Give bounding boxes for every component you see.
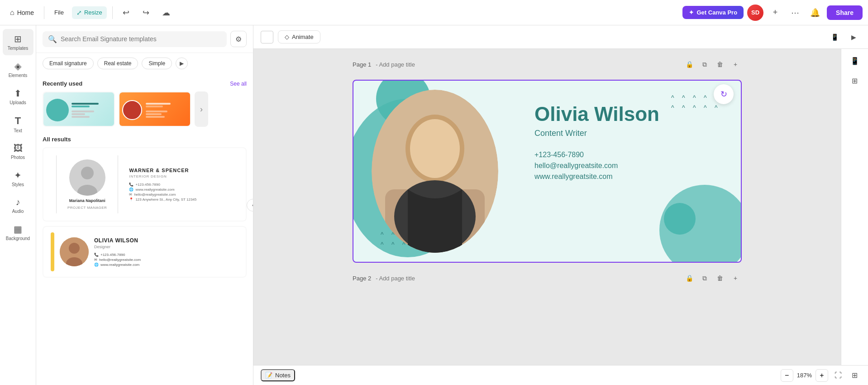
fullscreen-button[interactable]: ⛶: [832, 369, 844, 382]
filter-button[interactable]: ⚙: [230, 31, 247, 47]
recently-used-thumb-2[interactable]: [119, 91, 191, 127]
file-button[interactable]: File: [50, 6, 68, 19]
canvas-fab-button[interactable]: ↻: [714, 84, 734, 104]
resize-label: Resize: [84, 9, 102, 16]
sidebar-item-background[interactable]: ▦ Background: [3, 219, 33, 245]
canvas-card[interactable]: ↻: [353, 80, 742, 263]
zoom-level: 187%: [797, 372, 812, 379]
chip-real-estate-label: Real estate: [104, 60, 132, 67]
show-pages-button[interactable]: ⊞: [848, 369, 861, 382]
result-item-1[interactable]: Mariana Napolitani PROJECT MANAGER WARNE…: [43, 147, 247, 221]
styles-label: Styles: [12, 182, 24, 187]
zoom-out-button[interactable]: −: [781, 369, 793, 382]
resize-button[interactable]: ⤢ Resize: [72, 6, 107, 19]
bottom-right: − 187% + ⛶ ⊞: [781, 369, 861, 382]
show-pages-icon: ⊞: [852, 371, 858, 380]
page2-copy-icon[interactable]: ⧉: [698, 272, 711, 284]
add-user-button[interactable]: +: [767, 5, 783, 21]
page2-delete-icon[interactable]: 🗑: [714, 272, 726, 284]
sidebar-item-styles[interactable]: ✦ Styles: [3, 165, 33, 192]
templates-icon: ⊞: [14, 34, 22, 44]
page2-title-input[interactable]: [376, 275, 452, 282]
tpl2-phone-row: 📞 +123-456-7890: [94, 253, 238, 257]
color-picker-button[interactable]: [261, 31, 273, 43]
sidebar-item-elements[interactable]: ◈ Elements: [3, 56, 33, 82]
sidebar-item-templates[interactable]: ⊞ Templates: [3, 29, 33, 55]
notifications-button[interactable]: 🔔: [807, 5, 823, 21]
tpl2-avatar: [60, 237, 89, 266]
text-label: Text: [14, 128, 22, 133]
mobile-view-button[interactable]: 📱: [827, 30, 842, 44]
present-button[interactable]: ▶: [846, 30, 861, 44]
tpl2-yellow-bar: [51, 232, 54, 271]
zoom-in-button[interactable]: +: [816, 369, 828, 382]
share-button[interactable]: Share: [827, 5, 863, 20]
sidebar-item-photos[interactable]: 🖼 Photos: [3, 139, 33, 164]
mini-detail-b: [146, 113, 162, 115]
svg-point-1: [81, 167, 94, 179]
search-input[interactable]: [61, 35, 221, 43]
page1-title-input[interactable]: [376, 61, 452, 68]
sidebar-item-audio[interactable]: ♪ Audio: [3, 192, 33, 218]
see-all-button[interactable]: See all: [230, 81, 247, 87]
result-item-2[interactable]: OLIVIA WILSON Designer 📞 +123-456-7890 ✉…: [43, 226, 247, 278]
share-label: Share: [836, 9, 854, 16]
animate-label: Animate: [292, 34, 314, 40]
elements-icon: ◈: [14, 61, 21, 72]
page2-lock-icon[interactable]: 🔒: [683, 272, 696, 284]
notes-icon: 📝: [265, 372, 272, 379]
audio-label: Audio: [12, 209, 24, 214]
tpl1-divider-v2: [118, 155, 118, 213]
zoom-out-icon: −: [785, 371, 789, 380]
right-panel: 📱 ⊞: [841, 49, 868, 365]
chip-more-arrow[interactable]: ▶: [176, 58, 188, 69]
filter-chips: Email signature Real estate Simple ▶: [36, 53, 253, 74]
page1-delete-icon[interactable]: 🗑: [714, 58, 726, 71]
page1-add-icon[interactable]: +: [729, 58, 742, 71]
recently-used-title: Recently used: [43, 80, 82, 87]
page2-add-icon[interactable]: +: [729, 272, 742, 284]
bell-icon: 🔔: [810, 8, 820, 18]
page1-lock-icon[interactable]: 🔒: [683, 58, 696, 71]
topbar-right: ✦ Get Canva Pro SD + ⋯ 🔔 Share: [682, 5, 863, 21]
page1-copy-icon[interactable]: ⧉: [698, 58, 711, 71]
chip-arrow-icon: ▶: [180, 60, 184, 67]
plus-icon: +: [773, 8, 778, 17]
right-panel-btn-1[interactable]: 📱: [847, 53, 863, 69]
tpl2-email-row: ✉ hello@reallygreatsite.com: [94, 258, 238, 262]
animate-icon: ◇: [285, 34, 289, 40]
more-options-button[interactable]: ⋯: [787, 5, 803, 21]
sidebar-item-text[interactable]: T Text: [3, 111, 33, 138]
home-button[interactable]: ⌂ Home: [5, 6, 38, 19]
tpl1-email: ✉ hello@reallygreatsite.com: [129, 192, 237, 197]
canvas-wrapper: ◇ Animate 📱 ▶ Page 1 🔒 ⧉ 🗑: [253, 25, 868, 385]
cloud-save-button[interactable]: ☁: [158, 5, 174, 21]
animate-button[interactable]: ◇ Animate: [278, 30, 320, 43]
tpl1-jobtitle: PROJECT MANAGER: [67, 206, 107, 210]
home-icon: ⌂: [10, 9, 14, 17]
cloud-icon: ☁: [162, 8, 170, 18]
more-icon: ⋯: [791, 8, 799, 18]
topbar-divider-2: [112, 6, 113, 19]
chip-simple[interactable]: Simple: [142, 58, 172, 69]
undo-button[interactable]: ↩: [118, 5, 134, 21]
sidebar-item-uploads[interactable]: ⬆ Uploads: [3, 83, 33, 110]
notes-button[interactable]: 📝 Notes: [261, 369, 295, 381]
chip-email-signature[interactable]: Email signature: [43, 58, 94, 69]
chip-real-estate[interactable]: Real estate: [97, 58, 138, 69]
portrait-wrap: [372, 90, 498, 253]
background-label: Background: [6, 236, 30, 241]
canvas-fab-icon: ↻: [720, 89, 727, 99]
recently-used-next[interactable]: ›: [195, 91, 208, 127]
right-panel-btn-2[interactable]: ⊞: [847, 72, 863, 89]
get-canva-pro-button[interactable]: ✦ Get Canva Pro: [682, 6, 744, 19]
tpl2-website-row: 🌐 www.reallygreatsite.com: [94, 263, 238, 267]
recently-used-grid: ›: [43, 91, 247, 127]
canvas-area: Page 1 🔒 ⧉ 🗑 + ↻: [253, 49, 841, 365]
tpl1-details: 📞 +123-456-7890 🌐 www.reallygreatsite.co…: [129, 183, 237, 202]
card-email: hello@reallygreatsite.com: [534, 162, 723, 170]
recently-used-thumb-1[interactable]: [43, 91, 115, 127]
user-avatar[interactable]: SD: [747, 5, 763, 21]
redo-button[interactable]: ↪: [138, 5, 154, 21]
portrait-svg: [372, 90, 498, 253]
